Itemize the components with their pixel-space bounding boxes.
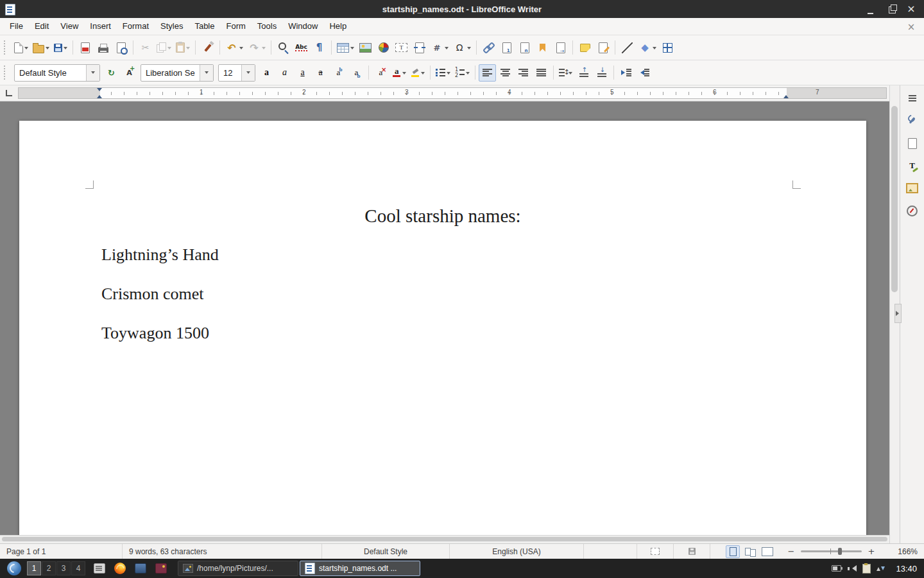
menu-styles[interactable]: Styles [155,18,189,35]
open-file-button[interactable] [31,39,51,57]
applications-menu-button[interactable] [3,560,25,577]
update-style-button[interactable] [103,64,120,82]
workspace-2[interactable]: 2 [42,561,56,575]
insert-image-button[interactable] [357,39,374,57]
zoom-out-icon[interactable] [785,545,798,558]
minimize-icon[interactable] [867,3,880,15]
selection-mode-field[interactable] [637,544,674,559]
book-view-button[interactable] [760,545,774,558]
navigator-deck-button[interactable] [903,202,921,220]
insert-footnote-button[interactable] [498,39,515,57]
workspace-3[interactable]: 3 [56,561,71,575]
sidebar-settings-deck-button[interactable] [903,89,921,107]
word-count-field[interactable]: 9 words, 63 characters [123,544,322,559]
superscript-button[interactable] [330,64,347,82]
multi-page-view-button[interactable] [743,545,757,558]
page-deck-button[interactable] [903,134,921,152]
sidebar-collapse-handle[interactable] [894,304,902,323]
insert-bookmark-button[interactable] [534,39,551,57]
formatting-marks-button[interactable] [311,39,328,57]
increase-paragraph-spacing-button[interactable] [575,64,592,82]
highlight-color-button[interactable] [409,64,427,82]
undo-button[interactable] [223,39,245,57]
document-modified-field[interactable] [674,544,710,559]
close-document-icon[interactable] [905,21,918,33]
insert-chart-button[interactable] [375,39,392,57]
media-app-launcher-button[interactable] [151,560,171,577]
ordered-list-button[interactable] [453,64,472,82]
workspace-1[interactable]: 1 [27,561,41,575]
paragraph-style-dropdown-button[interactable] [86,65,99,81]
taskbar-window-1[interactable]: startship_names.odt ... [300,561,420,576]
basic-shapes-button[interactable] [637,39,658,57]
clock[interactable]: 13:40 [892,564,921,574]
right-indent-marker[interactable] [783,92,789,98]
find-and-replace-button[interactable] [275,39,292,57]
text-editor-launcher-button[interactable] [90,560,109,577]
single-page-view-button[interactable] [726,545,740,558]
subscript-button[interactable] [348,64,365,82]
firefox-launcher-button[interactable] [110,560,130,577]
italic-button[interactable] [276,64,293,82]
menu-help[interactable]: Help [323,18,352,35]
insert-endnote-button[interactable] [516,39,533,57]
clipboard-icon[interactable] [862,564,871,574]
line-spacing-button[interactable] [557,64,574,82]
toolbar-grip[interactable] [4,40,8,55]
document-paragraph[interactable]: Crismon comet [101,285,784,304]
restore-icon[interactable] [889,6,896,13]
menu-file[interactable]: File [4,18,29,35]
horizontal-scrollbar-thumb[interactable] [2,537,887,541]
menu-tools[interactable]: Tools [252,18,282,35]
insert-textbox-button[interactable] [393,39,410,57]
decrease-indent-button[interactable] [635,64,653,82]
draw-functions-button[interactable] [659,39,676,57]
menu-form[interactable]: Form [220,18,251,35]
align-justify-button[interactable] [533,64,550,82]
paragraph-style-select[interactable]: Default Style [14,64,100,82]
menu-format[interactable]: Format [117,18,155,35]
workspace-4[interactable]: 4 [71,561,85,575]
gallery-deck-button[interactable] [903,179,921,197]
new-document-button[interactable] [12,39,30,57]
volume-icon[interactable] [847,565,857,572]
print-preview-button[interactable] [112,39,130,57]
insert-table-button[interactable] [335,39,356,57]
horizontal-ruler[interactable]: 1234567 [18,87,887,99]
insert-special-character-button[interactable] [451,39,473,57]
font-color-button[interactable] [390,64,408,82]
underline-button[interactable] [294,64,311,82]
page-style-field[interactable]: Default Style [322,544,450,559]
align-left-button[interactable] [479,64,496,82]
document-page[interactable]: Cool starship names: Lightning’s HandCri… [19,121,866,535]
insert-line-button[interactable] [619,39,636,57]
insert-mode-field[interactable] [584,544,637,559]
print-button[interactable] [94,39,112,57]
zoom-level-field[interactable]: 166% [883,544,924,559]
menu-table[interactable]: Table [189,18,220,35]
left-indent-marker[interactable] [97,92,102,98]
horizontal-scrollbar[interactable] [0,535,889,543]
insert-field-button[interactable] [429,39,450,57]
bold-button[interactable] [258,64,275,82]
page-number-field[interactable]: Page 1 of 1 [0,544,123,559]
styles-deck-button[interactable] [903,157,921,175]
zoom-slider[interactable] [801,550,862,552]
tab-stop-type-selector[interactable] [0,90,18,96]
insert-comment-button[interactable] [576,39,594,57]
taskbar-window-0[interactable]: /home/lynp/Pictures/... [178,561,298,576]
zoom-in-icon[interactable] [865,545,878,558]
track-changes-button[interactable] [594,39,612,57]
file-manager-launcher-button[interactable] [131,560,150,577]
clone-formatting-button[interactable] [199,39,216,57]
zoom-slider-thumb[interactable] [838,548,842,555]
spelling-button[interactable] [293,39,310,57]
font-name-dropdown-button[interactable] [200,65,213,81]
menu-view[interactable]: View [55,18,84,35]
align-center-button[interactable] [497,64,514,82]
document-paragraph[interactable]: Lightning’s Hand [101,245,784,265]
decrease-paragraph-spacing-button[interactable] [593,64,610,82]
insert-cross-reference-button[interactable] [552,39,569,57]
unordered-list-button[interactable] [434,64,452,82]
network-icon[interactable] [877,565,885,573]
